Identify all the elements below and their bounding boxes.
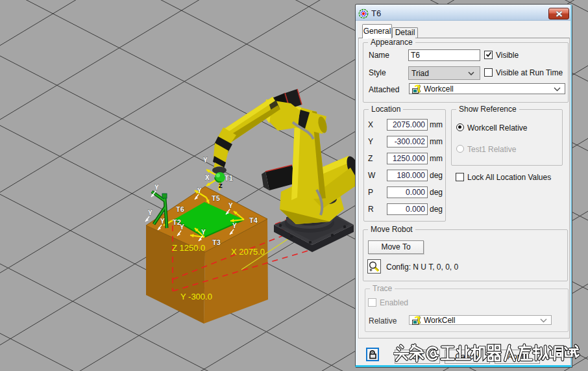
svg-text:Y: Y xyxy=(148,209,153,216)
svg-text:Y: Y xyxy=(203,157,208,164)
svg-text:Y: Y xyxy=(160,218,165,225)
svg-text:T3: T3 xyxy=(212,238,221,246)
svg-text:Y: Y xyxy=(232,222,237,229)
svg-text:Y: Y xyxy=(197,187,202,194)
svg-text:Y -300.0: Y -300.0 xyxy=(180,292,212,301)
svg-text:X 2075.0: X 2075.0 xyxy=(231,247,265,257)
svg-text:T5: T5 xyxy=(212,194,220,202)
svg-text:T2: T2 xyxy=(173,218,181,226)
svg-text:X: X xyxy=(205,174,210,181)
svg-text:T1: T1 xyxy=(225,174,233,182)
svg-text:Y: Y xyxy=(228,202,233,209)
svg-text:Z: Z xyxy=(219,183,223,189)
svg-text:Y: Y xyxy=(201,229,206,236)
svg-text:T4: T4 xyxy=(249,216,258,224)
svg-text:T6: T6 xyxy=(176,205,184,213)
svg-text:Y: Y xyxy=(154,184,159,191)
svg-text:Z 1250.0: Z 1250.0 xyxy=(172,243,205,253)
